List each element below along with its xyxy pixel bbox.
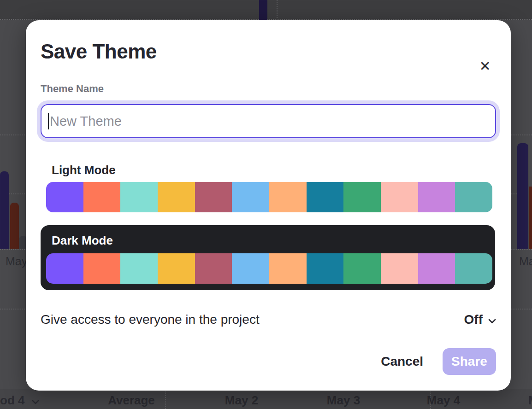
chart-separator: [277, 0, 278, 20]
palette-swatch: [455, 182, 492, 212]
palette-swatch: [46, 182, 83, 212]
chart-bar: [517, 143, 528, 249]
light-mode-palette: [46, 182, 492, 212]
chart-bar: [529, 187, 532, 249]
dialog-actions: Cancel Share: [41, 348, 496, 375]
palette-swatch: [232, 182, 269, 212]
palette-swatch: [455, 253, 492, 284]
save-theme-dialog: ✕ Save Theme Theme Name Light Mode Dark …: [26, 20, 511, 391]
chevron-down-icon: [488, 312, 496, 327]
chart-bar: [10, 203, 19, 249]
access-toggle-dropdown[interactable]: Off: [464, 312, 496, 327]
app-header-band: [0, 0, 532, 20]
light-mode-label: Light Mode: [52, 163, 496, 177]
close-button[interactable]: ✕: [477, 58, 493, 75]
x-axis-label-band: od 4 Average May 2 May 3 May 4 M: [0, 389, 532, 409]
palette-swatch: [269, 182, 307, 212]
palette-swatch: [120, 253, 158, 284]
share-button[interactable]: Share: [443, 348, 496, 375]
access-row: Give access to everyone in the project O…: [41, 312, 496, 327]
palette-swatch: [195, 182, 232, 212]
x-axis-label: May 4: [427, 393, 460, 408]
palette-swatch: [418, 182, 455, 212]
palette-swatch: [343, 182, 381, 212]
palette-swatch: [232, 253, 269, 284]
chart-bar: [0, 171, 9, 249]
palette-swatch: [418, 253, 455, 284]
period-dropdown-label: od 4: [0, 393, 24, 408]
access-value: Off: [464, 312, 483, 327]
palette-swatch: [83, 253, 121, 284]
palette-swatch: [381, 182, 418, 212]
palette-swatch: [307, 253, 344, 284]
dark-mode-palette: [46, 253, 492, 284]
theme-name-label: Theme Name: [41, 83, 496, 95]
x-axis-label: Average: [108, 393, 155, 408]
x-axis-label: May 2: [225, 393, 258, 408]
palette-swatch: [269, 253, 307, 284]
palette-swatch: [46, 253, 83, 284]
chart-bar: [259, 0, 267, 20]
palette-swatch: [158, 253, 195, 284]
palette-swatch: [83, 182, 121, 212]
chart-group-label: May: [6, 255, 27, 268]
chart-separator: [165, 389, 166, 409]
theme-name-input-wrapper: [41, 104, 496, 138]
access-label: Give access to everyone in the project: [41, 312, 260, 327]
palette-swatch: [381, 253, 418, 284]
palette-swatch: [307, 182, 344, 212]
palette-swatch: [195, 253, 232, 284]
theme-name-input[interactable]: [41, 104, 496, 138]
x-axis-label: May 3: [327, 393, 360, 408]
palette-swatch: [120, 182, 158, 212]
dark-mode-card: Dark Mode: [41, 225, 495, 290]
period-dropdown: od 4: [0, 393, 39, 408]
chevron-down-icon: [32, 393, 39, 408]
dialog-title: Save Theme: [41, 41, 496, 63]
text-cursor: [48, 113, 49, 129]
x-axis-label: M: [528, 393, 532, 408]
cancel-button[interactable]: Cancel: [381, 354, 423, 369]
palette-swatch: [158, 182, 195, 212]
chart-group-label: Ma: [519, 255, 532, 268]
dark-mode-label: Dark Mode: [52, 234, 495, 248]
close-icon: ✕: [479, 58, 491, 74]
palette-swatch: [343, 253, 381, 284]
